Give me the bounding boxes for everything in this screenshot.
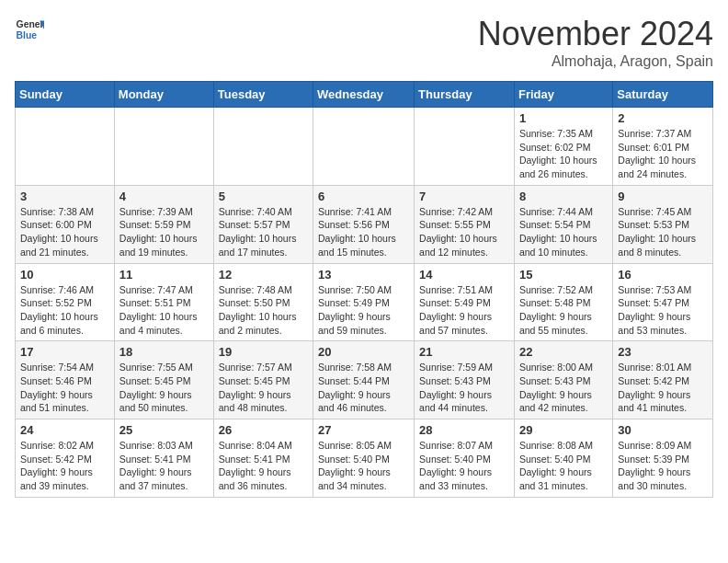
week-row-4: 17Sunrise: 7:54 AM Sunset: 5:46 PM Dayli… [16, 341, 713, 419]
weekday-header-friday: Friday [514, 82, 612, 108]
day-info: Sunrise: 8:03 AM Sunset: 5:41 PM Dayligh… [119, 439, 209, 493]
day-cell: 16Sunrise: 7:53 AM Sunset: 5:47 PM Dayli… [613, 263, 713, 341]
day-cell: 8Sunrise: 7:44 AM Sunset: 5:54 PM Daylig… [514, 185, 612, 263]
day-number: 16 [618, 268, 708, 282]
day-cell: 23Sunrise: 8:01 AM Sunset: 5:42 PM Dayli… [613, 341, 713, 419]
day-info: Sunrise: 8:09 AM Sunset: 5:39 PM Dayligh… [618, 439, 708, 493]
day-info: Sunrise: 8:00 AM Sunset: 5:43 PM Dayligh… [519, 361, 608, 415]
day-number: 28 [419, 423, 509, 437]
day-info: Sunrise: 7:57 AM Sunset: 5:45 PM Dayligh… [219, 361, 308, 415]
logo-icon: General Blue [15, 15, 44, 44]
day-number: 15 [519, 268, 608, 282]
day-cell: 5Sunrise: 7:40 AM Sunset: 5:57 PM Daylig… [213, 185, 313, 263]
day-cell: 24Sunrise: 8:02 AM Sunset: 5:42 PM Dayli… [16, 419, 115, 498]
day-info: Sunrise: 8:04 AM Sunset: 5:41 PM Dayligh… [219, 439, 308, 493]
day-info: Sunrise: 7:58 AM Sunset: 5:44 PM Dayligh… [318, 361, 409, 415]
svg-text:General: General [17, 19, 44, 29]
day-cell: 10Sunrise: 7:46 AM Sunset: 5:52 PM Dayli… [16, 263, 115, 341]
day-number: 23 [618, 345, 708, 359]
day-number: 17 [20, 345, 109, 359]
day-cell: 9Sunrise: 7:45 AM Sunset: 5:53 PM Daylig… [613, 185, 713, 263]
day-number: 3 [20, 190, 109, 203]
day-cell: 20Sunrise: 7:58 AM Sunset: 5:44 PM Dayli… [313, 341, 415, 419]
day-info: Sunrise: 7:45 AM Sunset: 5:53 PM Dayligh… [618, 205, 708, 259]
day-number: 11 [119, 268, 209, 282]
day-cell: 19Sunrise: 7:57 AM Sunset: 5:45 PM Dayli… [213, 341, 313, 419]
day-cell: 13Sunrise: 7:50 AM Sunset: 5:49 PM Dayli… [313, 263, 415, 341]
weekday-header-wednesday: Wednesday [313, 82, 415, 108]
day-info: Sunrise: 7:46 AM Sunset: 5:52 PM Dayligh… [20, 283, 109, 338]
day-cell: 26Sunrise: 8:04 AM Sunset: 5:41 PM Dayli… [213, 419, 313, 498]
day-cell: 2Sunrise: 7:37 AM Sunset: 6:01 PM Daylig… [613, 108, 713, 186]
week-row-2: 3Sunrise: 7:38 AM Sunset: 6:00 PM Daylig… [16, 185, 713, 263]
day-info: Sunrise: 8:08 AM Sunset: 5:40 PM Dayligh… [519, 439, 608, 493]
day-cell: 12Sunrise: 7:48 AM Sunset: 5:50 PM Dayli… [213, 263, 313, 341]
page-header: General Blue November 2024 Almohaja, Ara… [15, 15, 713, 70]
day-info: Sunrise: 7:37 AM Sunset: 6:01 PM Dayligh… [618, 127, 708, 181]
day-number: 20 [318, 345, 409, 359]
day-number: 19 [219, 345, 308, 359]
day-number: 4 [119, 190, 209, 203]
day-number: 29 [519, 423, 608, 437]
day-info: Sunrise: 7:41 AM Sunset: 5:56 PM Dayligh… [318, 205, 409, 259]
day-number: 7 [419, 190, 509, 203]
day-info: Sunrise: 7:42 AM Sunset: 5:55 PM Dayligh… [419, 205, 509, 259]
day-number: 13 [318, 268, 409, 282]
weekday-header-row: SundayMondayTuesdayWednesdayThursdayFrid… [16, 82, 713, 108]
day-info: Sunrise: 8:07 AM Sunset: 5:40 PM Dayligh… [419, 439, 509, 493]
day-number: 6 [318, 190, 409, 203]
day-number: 26 [219, 423, 308, 437]
weekday-header-tuesday: Tuesday [213, 82, 313, 108]
day-cell [16, 108, 115, 186]
day-number: 24 [20, 423, 109, 437]
day-cell [213, 108, 313, 186]
day-cell: 7Sunrise: 7:42 AM Sunset: 5:55 PM Daylig… [415, 185, 515, 263]
week-row-3: 10Sunrise: 7:46 AM Sunset: 5:52 PM Dayli… [16, 263, 713, 341]
weekday-header-saturday: Saturday [613, 82, 713, 108]
week-row-5: 24Sunrise: 8:02 AM Sunset: 5:42 PM Dayli… [16, 419, 713, 498]
day-cell: 11Sunrise: 7:47 AM Sunset: 5:51 PM Dayli… [114, 263, 213, 341]
day-cell [415, 108, 515, 186]
day-number: 2 [618, 111, 708, 125]
day-number: 10 [20, 268, 109, 282]
day-number: 1 [519, 111, 608, 125]
day-info: Sunrise: 7:39 AM Sunset: 5:59 PM Dayligh… [119, 205, 209, 259]
day-info: Sunrise: 7:51 AM Sunset: 5:49 PM Dayligh… [419, 283, 509, 338]
day-cell: 18Sunrise: 7:55 AM Sunset: 5:45 PM Dayli… [114, 341, 213, 419]
day-info: Sunrise: 8:01 AM Sunset: 5:42 PM Dayligh… [618, 361, 708, 415]
day-number: 30 [618, 423, 708, 437]
day-number: 18 [119, 345, 209, 359]
day-cell: 25Sunrise: 8:03 AM Sunset: 5:41 PM Dayli… [114, 419, 213, 498]
title-block: November 2024 Almohaja, Aragon, Spain [478, 15, 713, 70]
day-cell: 22Sunrise: 8:00 AM Sunset: 5:43 PM Dayli… [514, 341, 612, 419]
location: Almohaja, Aragon, Spain [478, 53, 713, 70]
day-info: Sunrise: 7:59 AM Sunset: 5:43 PM Dayligh… [419, 361, 509, 415]
day-cell: 15Sunrise: 7:52 AM Sunset: 5:48 PM Dayli… [514, 263, 612, 341]
day-info: Sunrise: 7:40 AM Sunset: 5:57 PM Dayligh… [219, 205, 308, 259]
day-cell: 4Sunrise: 7:39 AM Sunset: 5:59 PM Daylig… [114, 185, 213, 263]
day-cell: 3Sunrise: 7:38 AM Sunset: 6:00 PM Daylig… [16, 185, 115, 263]
logo: General Blue [15, 15, 44, 44]
day-number: 25 [119, 423, 209, 437]
day-cell [114, 108, 213, 186]
day-cell: 29Sunrise: 8:08 AM Sunset: 5:40 PM Dayli… [514, 419, 612, 498]
day-info: Sunrise: 7:55 AM Sunset: 5:45 PM Dayligh… [119, 361, 209, 415]
day-info: Sunrise: 8:05 AM Sunset: 5:40 PM Dayligh… [318, 439, 409, 493]
day-number: 21 [419, 345, 509, 359]
day-cell: 6Sunrise: 7:41 AM Sunset: 5:56 PM Daylig… [313, 185, 415, 263]
weekday-header-monday: Monday [114, 82, 213, 108]
day-number: 22 [519, 345, 608, 359]
day-cell: 17Sunrise: 7:54 AM Sunset: 5:46 PM Dayli… [16, 341, 115, 419]
day-number: 8 [519, 190, 608, 203]
month-title: November 2024 [478, 15, 713, 53]
day-cell: 14Sunrise: 7:51 AM Sunset: 5:49 PM Dayli… [415, 263, 515, 341]
weekday-header-sunday: Sunday [16, 82, 115, 108]
day-number: 12 [219, 268, 308, 282]
day-number: 14 [419, 268, 509, 282]
day-info: Sunrise: 7:52 AM Sunset: 5:48 PM Dayligh… [519, 283, 608, 338]
day-cell [313, 108, 415, 186]
day-info: Sunrise: 7:48 AM Sunset: 5:50 PM Dayligh… [219, 283, 308, 338]
svg-text:Blue: Blue [17, 30, 38, 40]
day-info: Sunrise: 7:54 AM Sunset: 5:46 PM Dayligh… [20, 361, 109, 415]
day-cell: 30Sunrise: 8:09 AM Sunset: 5:39 PM Dayli… [613, 419, 713, 498]
